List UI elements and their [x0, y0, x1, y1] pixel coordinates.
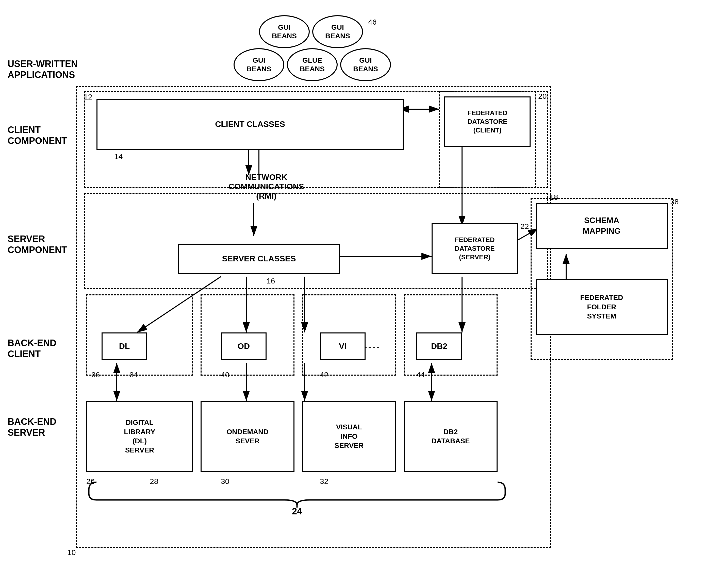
gui-beans-1: GUIBEANS — [259, 15, 310, 48]
ref-10: 10 — [67, 548, 76, 557]
label-client-component: CLIENTCOMPONENT — [8, 124, 67, 146]
federated-folder-system-box: FEDERATEDFOLDERSYSTEM — [536, 279, 668, 335]
digital-library-box: DIGITALLIBRARY(DL)SERVER — [86, 401, 193, 472]
ref-34: 34 — [130, 371, 138, 379]
federated-datastore-client-box: FEDERATEDDATASTORE(CLIENT) — [444, 97, 531, 147]
ref-36: 36 — [91, 371, 100, 379]
federated-datastore-server-box: FEDERATEDDATASTORE(SERVER) — [432, 223, 518, 274]
label-user-written: USER-WRITTENAPPLICATIONS — [8, 58, 78, 80]
od-box: OD — [221, 333, 267, 360]
gui-beans-2: GUIBEANS — [312, 15, 363, 48]
client-classes-box: CLIENT CLASSES — [97, 99, 404, 150]
ref-20: 20 — [538, 92, 546, 101]
ref-46: 46 — [368, 18, 376, 26]
schema-mapping-box: SCHEMAMAPPING — [536, 203, 668, 249]
ref-44: 44 — [416, 371, 425, 379]
db2-box: DB2 — [416, 333, 462, 360]
ref-40: 40 — [221, 371, 229, 379]
db2-database-box: DB2DATABASE — [404, 401, 498, 472]
ref-38: 38 — [670, 198, 679, 206]
label-back-end-server: BACK-ENDSERVER — [8, 416, 56, 438]
ref-14: 14 — [114, 152, 123, 161]
label-server-component: SERVERCOMPONENT — [8, 234, 67, 255]
ondemand-box: ONDEMANDSEVER — [201, 401, 295, 472]
ref-16: 16 — [267, 277, 275, 285]
gui-beans-3: GUIBEANS — [234, 48, 284, 81]
visual-info-box: VISUALINFOSERVER — [302, 401, 396, 472]
diagram-container: USER-WRITTENAPPLICATIONS CLIENTCOMPONENT… — [0, 0, 707, 588]
brace-container: 24 — [86, 480, 508, 517]
glue-beans: GLUEBEANS — [287, 48, 338, 81]
vi-box: VI — [320, 333, 366, 360]
label-back-end-client: BACK-ENDCLIENT — [8, 338, 56, 359]
server-classes-box: SERVER CLASSES — [178, 244, 340, 274]
dl-box: DL — [102, 333, 147, 360]
gui-beans-4: GUIBEANS — [340, 48, 391, 81]
ref-22: 22 — [520, 222, 529, 231]
brace-svg — [86, 480, 508, 510]
ref-12: 12 — [84, 93, 92, 101]
ref-42: 42 — [320, 371, 328, 379]
